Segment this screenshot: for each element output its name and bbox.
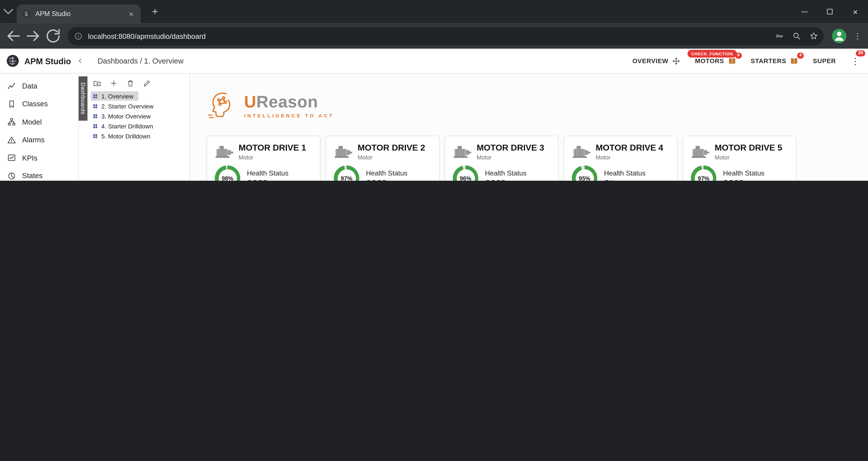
card-title: MOTOR DRIVE 4 <box>596 143 663 153</box>
app-header: APM Studio Dashboards / 1. Overview OVER… <box>0 49 868 73</box>
health-label: Health Status <box>366 169 407 178</box>
dashboard-item-label: 1. Overview <box>101 93 133 99</box>
motor-icon <box>691 144 710 159</box>
dashboard-list-item[interactable]: 3. Motor Overview <box>91 111 156 121</box>
edit-dashboard-icon[interactable] <box>143 79 151 87</box>
main-content: UReason INTELLIGENCE TO ACT MOTOR DRIVE … <box>190 73 868 181</box>
dashboard-item-label: 2. Starter Overview <box>101 103 153 109</box>
starters-count-badge: 4 <box>797 52 804 59</box>
check-function-badge: CHECK_FUNCTION <box>687 50 737 58</box>
menu-starters[interactable]: STARTERS 4 <box>751 57 798 65</box>
card-subtitle: Motor <box>715 154 782 160</box>
card-subtitle: Motor <box>239 154 306 160</box>
sidebar-item-data[interactable]: Data <box>0 77 78 95</box>
motor-card: MOTOR DRIVE 3Motor96%Health StatusGOODCu… <box>444 135 559 181</box>
card-title: MOTOR DRIVE 1 <box>239 143 306 153</box>
menu-overview-label: OVERVIEW <box>632 58 669 64</box>
dashboard-list-item[interactable]: 5. Motor Drilldown <box>91 131 155 141</box>
menu-super-label: SUPER <box>813 58 836 64</box>
ureason-head-icon <box>207 90 238 121</box>
dashboard-list-item[interactable]: 2. Starter Overview <box>91 101 158 111</box>
move-icon <box>672 57 681 65</box>
tab-favicon-brain-icon <box>22 9 31 18</box>
back-icon[interactable] <box>4 27 22 45</box>
logo-brand-rest: Reason <box>256 92 318 111</box>
breadcrumb: Dashboards / 1. Overview <box>97 57 183 65</box>
new-tab-button[interactable]: + <box>147 4 163 19</box>
panel-toolbar <box>79 77 189 91</box>
sidebar-item-model[interactable]: Model <box>0 113 78 131</box>
delete-dashboard-icon[interactable] <box>126 79 134 87</box>
health-donut: 95% <box>572 165 597 181</box>
new-folder-icon[interactable] <box>93 79 101 87</box>
add-dashboard-icon[interactable] <box>110 79 118 87</box>
browser-tabstrip: APM Studio × + × <box>0 0 868 23</box>
model-icon <box>7 117 16 126</box>
forward-icon[interactable] <box>24 27 42 45</box>
classes-icon <box>7 99 16 109</box>
dashboard-item-label: 5. Motor Drilldown <box>101 132 150 139</box>
health-donut: 96% <box>453 165 478 181</box>
dashboard-list: 1. Overview2. Starter Overview3. Motor O… <box>79 91 189 141</box>
sidebar-item-label: Data <box>22 82 37 90</box>
ureason-logo: UReason INTELLIGENCE TO ACT <box>207 90 868 121</box>
card-title: MOTOR DRIVE 2 <box>358 143 425 153</box>
tab-search-chevron-icon[interactable] <box>0 3 17 20</box>
alarms-icon <box>7 135 16 144</box>
notification-count-badge: 39 <box>856 50 865 57</box>
dashboard-item-label: 3. Motor Overview <box>101 113 151 119</box>
minimize-button[interactable] <box>792 0 817 23</box>
dashboard-grid-icon <box>92 113 98 119</box>
site-info-icon[interactable] <box>74 32 83 40</box>
header-kebab-menu-icon[interactable]: ⋮ 39 <box>850 56 860 66</box>
card-subtitle: Motor <box>358 154 425 160</box>
book-icon <box>728 57 736 65</box>
motor-cards-grid: MOTOR DRIVE 1Motor98%Health StatusGOODCu… <box>207 135 868 181</box>
browser-menu-kebab-icon[interactable]: ⋮ <box>851 31 863 41</box>
app-title: APM Studio <box>24 56 71 65</box>
health-label: Health Status <box>723 169 765 178</box>
sidebar-item-label: Classes <box>22 100 48 108</box>
dashboard-grid-icon <box>92 93 98 99</box>
book-icon <box>790 57 798 65</box>
dashboards-vertical-tab[interactable]: Dashboards <box>79 76 88 121</box>
window-controls: × <box>792 0 868 23</box>
health-status: GOOD <box>485 178 526 181</box>
zoom-search-icon[interactable] <box>792 31 801 40</box>
sidebar-collapse-chevron-icon[interactable] <box>76 57 84 65</box>
health-percent: 95% <box>576 169 594 181</box>
health-status: GOOD <box>723 178 765 181</box>
address-bar[interactable]: localhost:8080/apmstudio/dashboard <box>67 27 824 45</box>
health-percent: 96% <box>456 169 474 181</box>
dashboard-list-item[interactable]: 4. Starter Drilldown <box>91 121 158 131</box>
sidebar-item-classes[interactable]: Classes <box>0 95 78 113</box>
tab-close-icon[interactable]: × <box>126 9 136 19</box>
card-subtitle: Motor <box>476 154 544 160</box>
motor-card: MOTOR DRIVE 2Motor97%Health StatusGOODCu… <box>326 135 440 181</box>
card-title: MOTOR DRIVE 3 <box>476 143 544 153</box>
close-button[interactable]: × <box>843 0 868 23</box>
sidebar-item-states[interactable]: States <box>0 167 78 181</box>
app-body: DataClassesModelAlarmsKPIsStatesProcessi… <box>0 73 868 181</box>
motor-icon <box>572 144 591 159</box>
browser-tab[interactable]: APM Studio × <box>17 4 141 23</box>
motor-card: MOTOR DRIVE 4Motor95%Health StatusOKCurr… <box>563 135 678 181</box>
password-key-icon[interactable] <box>775 31 784 40</box>
sidebar-item-alarms[interactable]: Alarms <box>0 131 78 149</box>
health-label: Health Status <box>247 169 288 178</box>
menu-starters-label: STARTERS <box>751 58 786 64</box>
menu-overview[interactable]: OVERVIEW <box>632 57 681 65</box>
refresh-icon[interactable] <box>44 27 62 45</box>
dashboards-panel: Dashboards 1. Overview2. Starter Overvie… <box>79 73 190 181</box>
menu-motors[interactable]: MOTORS 4 <box>695 57 736 65</box>
motor-icon <box>215 144 234 159</box>
states-icon <box>7 172 16 180</box>
sidebar-item-kpis[interactable]: KPIs <box>0 149 78 167</box>
kpis-icon <box>7 153 16 162</box>
dashboard-list-item[interactable]: 1. Overview <box>91 91 138 101</box>
maximize-button[interactable] <box>817 0 842 23</box>
profile-avatar[interactable] <box>832 29 846 43</box>
bookmark-star-icon[interactable] <box>809 31 818 40</box>
menu-super[interactable]: SUPER <box>813 58 836 64</box>
dashboard-grid-icon <box>92 123 98 129</box>
